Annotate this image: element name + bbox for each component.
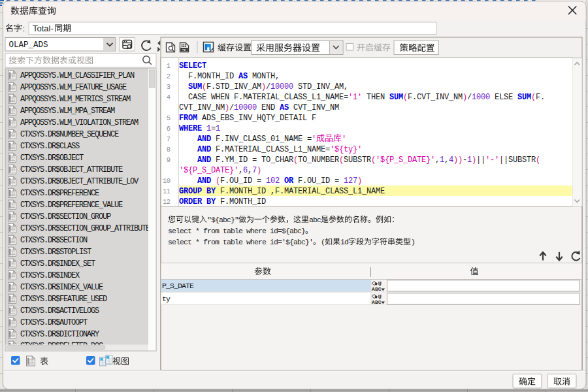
svg-text:2: 2 [167, 73, 171, 80]
svg-text:,: , [238, 166, 243, 175]
svg-text:F.MONTH_ID: F.MONTH_ID [188, 72, 234, 81]
svg-text:/: / [266, 82, 270, 91]
svg-text:4: 4 [167, 93, 171, 101]
svg-text:7: 7 [252, 166, 257, 175]
svg-text:MONTH,: MONTH, [252, 72, 280, 81]
svg-text:STD_INV_AM,: STD_INV_AM, [298, 82, 348, 91]
svg-text:(: ( [536, 155, 540, 165]
svg-text:'1': '1' [348, 93, 362, 102]
svg-text:"${abc}": "${abc}" [207, 216, 238, 224]
svg-text:102: 102 [266, 176, 280, 186]
svg-text:1: 1 [440, 155, 444, 165]
svg-text:): ) [411, 238, 415, 246]
svg-text:(: ( [403, 93, 408, 102]
svg-text:ELSE: ELSE [495, 93, 513, 102]
svg-text:11: 11 [163, 188, 171, 195]
svg-text:CTXSYS.DR$OBJECT_ATTRIBUTE_LOV: CTXSYS.DR$OBJECT_ATTRIBUTE_LOV [20, 177, 139, 186]
svg-text:CTXSYS.DR$ACTIVELOGS: CTXSYS.DR$ACTIVELOGS [20, 306, 99, 316]
svg-text:): ) [472, 155, 476, 165]
svg-text:SUM: SUM [389, 93, 403, 102]
svg-text:/: / [229, 103, 234, 112]
svg-text:OLAP_ADS: OLAP_ADS [9, 41, 48, 50]
svg-text:select * from table where id=': select * from table where id='${abc}' [168, 238, 313, 246]
svg-text:'${ty}': '${ty}' [330, 145, 362, 154]
svg-text:CTXSYS.DR$NUMBER_SEQUENCE: CTXSYS.DR$NUMBER_SEQUENCE [20, 130, 119, 139]
svg-text:END: END [261, 103, 275, 112]
svg-text:(: ( [321, 238, 325, 246]
svg-text:TO_NUMBER: TO_NUMBER [298, 155, 339, 165]
svg-text:F.MATERIAL_CLASS_L1_NAME=: F.MATERIAL_CLASS_L1_NAME= [216, 145, 330, 154]
svg-text:-: - [463, 155, 467, 165]
svg-text:APPQOSSYS.WLM_MPA_STREAM: APPQOSSYS.WLM_MPA_STREAM [20, 106, 115, 116]
svg-text:F.YM_ID = TO_CHAR: F.YM_ID = TO_CHAR [216, 155, 293, 165]
svg-text:10000: 10000 [270, 82, 293, 91]
svg-text:AS: AS [280, 103, 289, 112]
svg-text:): ) [463, 93, 467, 102]
svg-text:P_S_DATE: P_S_DATE [162, 282, 194, 290]
svg-text:3: 3 [167, 83, 171, 91]
svg-text:ABC: ABC [372, 287, 382, 292]
svg-text::: : [23, 24, 25, 33]
svg-text:12: 12 [163, 198, 171, 206]
svg-text:CTXSYS.DR$OBJECT_ATTRIBUTE: CTXSYS.DR$OBJECT_ATTRIBUTE [20, 165, 123, 174]
svg-text:F.OU_ID =: F.OU_ID = [298, 176, 339, 186]
svg-text:': ' [312, 135, 316, 144]
svg-text:SUM: SUM [188, 82, 202, 91]
svg-text:6: 6 [167, 125, 171, 133]
svg-text:,: , [248, 166, 252, 175]
svg-text:)): )) [453, 155, 463, 165]
svg-text:5: 5 [167, 114, 171, 122]
svg-text:): ) [261, 82, 266, 91]
svg-text:ORDER BY: ORDER BY [179, 197, 216, 206]
svg-text:4: 4 [449, 155, 453, 165]
svg-text:,: , [444, 155, 449, 165]
svg-text:ty: ty [162, 295, 171, 303]
svg-text:WHERE: WHERE [179, 124, 202, 133]
svg-text:CTXSYS.DR$FEATURE_USED: CTXSYS.DR$FEATURE_USED [20, 295, 107, 304]
svg-text:||: || [499, 155, 508, 165]
svg-text:id: id [340, 238, 348, 246]
svg-text:1: 1 [467, 155, 472, 165]
svg-text:OR: OR [284, 176, 294, 186]
svg-text:7: 7 [167, 135, 171, 143]
svg-text:SUBSTR: SUBSTR [508, 155, 536, 165]
svg-text:CVT_INV_NM: CVT_INV_NM [293, 103, 339, 112]
svg-text:APPQOSSYS.WLM_METRICS_STREAM: APPQOSSYS.WLM_METRICS_STREAM [20, 95, 131, 104]
svg-text:CTXSYS.DR$INDEX: CTXSYS.DR$INDEX [20, 271, 80, 280]
svg-text:AS: AS [238, 72, 248, 81]
svg-text:select * from table where id=$: select * from table where id=${abc} [168, 227, 305, 235]
svg-text:(: ( [216, 176, 220, 186]
svg-text:THEN: THEN [367, 93, 385, 102]
svg-text:AND: AND [197, 176, 211, 186]
svg-text:CTXSYS.DR$INDEX_VALUE: CTXSYS.DR$INDEX_VALUE [20, 283, 103, 292]
svg-text:ABC: ABC [372, 300, 382, 305]
svg-text:APPQOSSYS.WLM_CLASSIFIER_PLAN: APPQOSSYS.WLM_CLASSIFIER_PLAN [20, 71, 135, 80]
svg-text:6: 6 [243, 166, 248, 175]
svg-text:SUM: SUM [517, 93, 531, 102]
svg-text:1000: 1000 [472, 93, 490, 102]
svg-text:): ) [257, 166, 261, 175]
svg-text:(: ( [293, 155, 298, 165]
svg-text:/: / [467, 93, 472, 102]
svg-text:CTXSYS.DR$SECTION_GROUP_ATTRIB: CTXSYS.DR$SECTION_GROUP_ATTRIBUTE [20, 224, 150, 233]
svg-text:,: , [435, 155, 440, 165]
svg-text:CTXSYS.DR$DICTIONARY: CTXSYS.DR$DICTIONARY [20, 330, 99, 339]
svg-text:CTXSYS.DR$INDEX_SET: CTXSYS.DR$INDEX_SET [20, 259, 95, 269]
svg-text:||: || [476, 155, 485, 165]
svg-text:CTXSYS.DR$CLASS: CTXSYS.DR$CLASS [20, 142, 80, 151]
svg-text:AND: AND [197, 155, 211, 165]
svg-text:CTXSYS.DR$PREFERENCE: CTXSYS.DR$PREFERENCE [20, 189, 99, 198]
svg-text:F.: F. [536, 93, 545, 102]
svg-text:abc: abc [309, 216, 321, 224]
svg-text:): ) [357, 176, 362, 186]
svg-text:F.MONTH_ID: F.MONTH_ID [220, 197, 266, 206]
svg-text:): ) [225, 103, 229, 112]
svg-text:': ' [342, 135, 346, 144]
svg-text:SUBSTR: SUBSTR [344, 155, 371, 165]
svg-text:CTXSYS.DR$SECTION: CTXSYS.DR$SECTION [20, 236, 88, 245]
svg-text:(: ( [339, 155, 344, 165]
svg-text:Total-: Total- [33, 24, 54, 33]
svg-text:(: ( [371, 155, 376, 165]
svg-text:10000: 10000 [234, 103, 257, 112]
svg-text:APPQOSSYS.WLM_FEATURE_USAGE: APPQOSSYS.WLM_FEATURE_USAGE [20, 83, 127, 92]
